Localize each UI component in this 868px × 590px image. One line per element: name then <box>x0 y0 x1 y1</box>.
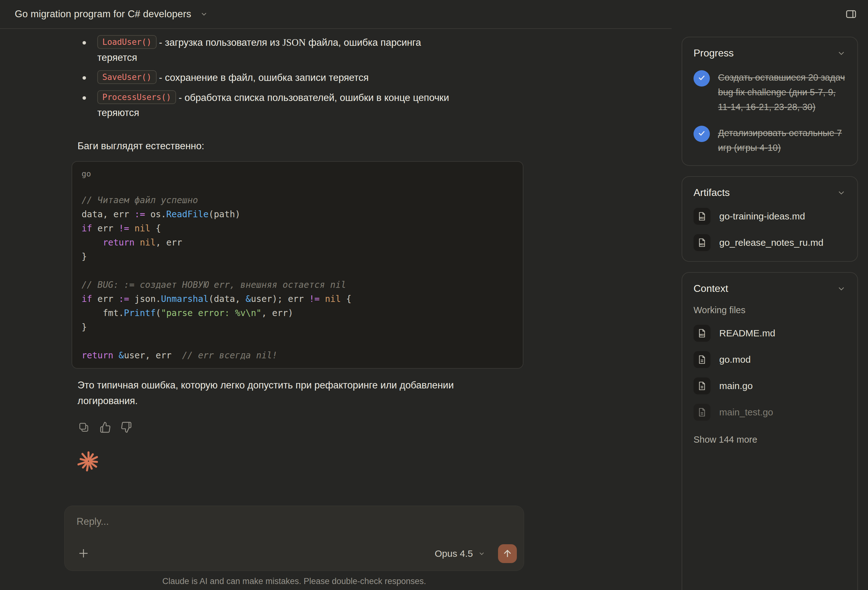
file-name: README.md <box>719 328 775 338</box>
message-paragraph: Это типичная ошибка, которую легко допус… <box>78 377 466 409</box>
arrow-up-icon <box>502 548 513 560</box>
file-name: go.mod <box>719 354 751 365</box>
code-line: } <box>81 250 514 263</box>
right-sidebar: Progress Создать оставшиеся 20 задач bug… <box>682 37 858 590</box>
file-item[interactable]: main.go <box>694 377 846 394</box>
context-panel-header[interactable]: Context <box>694 283 846 294</box>
file-icon <box>694 377 710 394</box>
chevron-down-icon <box>837 284 846 293</box>
progress-task: Детализировать остальные 7 игр (игры 4-1… <box>694 126 846 155</box>
copy-button[interactable] <box>78 421 90 434</box>
top-bar: Go migration program for C# developers <box>0 0 868 28</box>
code-line: return &user, err // err всегда nil! <box>81 348 514 362</box>
file-name: go_release_notes_ru.md <box>719 237 824 248</box>
file-item[interactable]: MDgo-training-ideas.md <box>694 208 846 225</box>
ai-disclaimer: Claude is AI and can make mistakes. Plea… <box>64 577 524 586</box>
feature-list-item: LoadUser()- загрузка пользователя из JSO… <box>78 35 454 65</box>
claude-thinking-indicator <box>78 450 99 472</box>
md-file-icon: MD <box>694 325 710 342</box>
chevron-down-icon <box>200 10 208 18</box>
thumbs-down-icon <box>121 421 133 434</box>
file-name: main_test.go <box>719 407 773 418</box>
show-more-button[interactable]: Show 144 more <box>694 434 846 445</box>
file-item[interactable]: MDgo_release_notes_ru.md <box>694 234 846 251</box>
code-line: return nil, err <box>81 235 514 250</box>
chevron-down-icon <box>837 49 846 58</box>
svg-text:MD: MD <box>700 216 704 219</box>
send-button[interactable] <box>498 544 517 563</box>
code-block: go // Читаем файл успешноdata, err := os… <box>72 161 523 369</box>
inline-code-chip: SaveUser() <box>97 70 156 84</box>
task-done-badge <box>694 70 710 87</box>
task-label: Детализировать остальные 7 игр (игры 4-1… <box>718 126 846 155</box>
file-name: main.go <box>719 381 753 391</box>
panel-title: Context <box>694 283 728 294</box>
claude-app: Go migration program for C# developers L… <box>0 0 868 590</box>
sidebar-layout-icon <box>844 8 858 21</box>
progress-task: Создать оставшиеся 20 задач bug fix chal… <box>694 70 846 115</box>
sidebar-toggle-button[interactable] <box>843 7 859 21</box>
chevron-down-icon <box>837 188 846 197</box>
code-content: // Читаем файл успешноdata, err := os.Re… <box>81 193 514 362</box>
code-language-label: go <box>81 169 514 180</box>
code-line: if err := json.Unmarshal(data, &user); e… <box>81 292 514 306</box>
chevron-down-icon <box>478 550 486 558</box>
progress-panel-header[interactable]: Progress <box>694 47 846 59</box>
chat-area: LoadUser()- загрузка пользователя из JSO… <box>78 35 524 472</box>
plus-icon <box>77 547 90 561</box>
model-selector[interactable]: Opus 4.5 <box>433 548 487 559</box>
file-item[interactable]: MDREADME.md <box>694 325 846 342</box>
artifacts-panel: Artifacts MDgo-training-ideas.mdMDgo_rel… <box>682 176 858 262</box>
bullet-text: - загрузка пользователя из <box>159 37 282 48</box>
code-line <box>81 334 514 348</box>
svg-text:MD: MD <box>700 243 704 246</box>
feature-list-item: ProcessUsers()- обработка списка пользов… <box>78 90 454 121</box>
composer-toolbar: Opus 4.5 <box>77 544 517 563</box>
md-file-icon: MD <box>694 234 710 251</box>
feature-list-item: SaveUser()- сохранение в файл, ошибка за… <box>78 70 454 85</box>
thumbs-up-button[interactable] <box>99 421 111 434</box>
bullet-text: JSON <box>282 37 306 48</box>
code-line: // BUG: := создает НОВУЮ err, внешняя ос… <box>81 278 514 292</box>
file-item[interactable]: main_test.go <box>694 404 846 421</box>
reply-input[interactable]: Reply... <box>77 516 512 527</box>
header-divider <box>0 28 672 29</box>
task-done-badge <box>694 126 710 142</box>
artifact-file-list: MDgo-training-ideas.mdMDgo_release_notes… <box>694 208 846 251</box>
thumbs-up-icon <box>99 421 111 434</box>
code-line: data, err := os.ReadFile(path) <box>81 207 514 221</box>
attach-button[interactable] <box>77 547 90 561</box>
check-icon <box>697 129 706 139</box>
inline-code-chip: ProcessUsers() <box>97 90 176 104</box>
panel-title: Progress <box>694 47 734 59</box>
code-line <box>81 263 514 278</box>
model-name: Opus 4.5 <box>435 548 473 559</box>
file-item[interactable]: go.mod <box>694 351 846 368</box>
bullet-text: - сохранение в файл, ошибка записи теряе… <box>159 72 369 83</box>
progress-task-list: Создать оставшиеся 20 задач bug fix chal… <box>694 70 846 155</box>
progress-panel: Progress Создать оставшиеся 20 задач bug… <box>682 37 858 166</box>
context-file-list: MDREADME.mdgo.modmain.gomain_test.go <box>694 325 846 421</box>
code-line: fmt.Printf("parse error: %v\n", err) <box>81 306 514 320</box>
conversation-title: Go migration program for C# developers <box>15 9 191 20</box>
conversation-title-menu[interactable]: Go migration program for C# developers <box>15 9 208 20</box>
inline-code-chip: LoadUser() <box>97 35 156 49</box>
claude-starburst-icon <box>78 468 99 473</box>
file-icon <box>694 351 710 368</box>
artifacts-panel-header[interactable]: Artifacts <box>694 187 846 199</box>
md-file-icon: MD <box>694 208 710 225</box>
copy-icon <box>78 422 89 434</box>
check-icon <box>697 74 706 83</box>
code-line: } <box>81 320 514 334</box>
task-label: Создать оставшиеся 20 задач bug fix chal… <box>718 70 846 115</box>
file-icon <box>694 404 710 421</box>
message-actions <box>78 421 524 434</box>
reply-composer: Reply... Opus 4.5 <box>64 506 524 571</box>
code-line: if err != nil { <box>81 221 514 235</box>
working-files-label: Working files <box>694 305 846 315</box>
panel-title: Artifacts <box>694 187 730 199</box>
svg-text:MD: MD <box>700 333 704 336</box>
context-panel: Context Working files MDREADME.mdgo.modm… <box>682 272 858 590</box>
feature-list: LoadUser()- загрузка пользователя из JSO… <box>78 35 454 121</box>
thumbs-down-button[interactable] <box>120 421 133 434</box>
